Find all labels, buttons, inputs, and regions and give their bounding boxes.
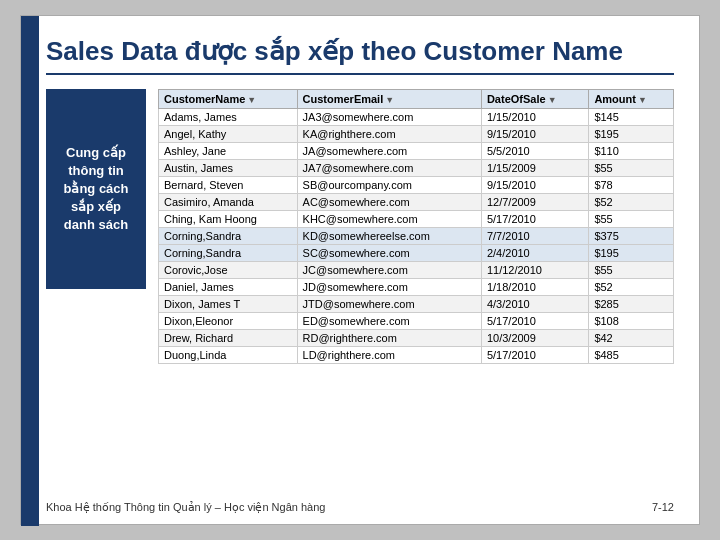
date-of-sale: 10/3/2009 xyxy=(481,330,588,347)
column-header-customername[interactable]: CustomerName▼ xyxy=(159,90,298,109)
sort-icon: ▼ xyxy=(548,95,557,105)
date-of-sale: 9/15/2010 xyxy=(481,177,588,194)
amount: $55 xyxy=(589,211,674,228)
customer-email: KA@righthere.com xyxy=(297,126,481,143)
customer-email: AC@somewhere.com xyxy=(297,194,481,211)
content-area: Cung cấp thông tin bằng cách sắp xếp dan… xyxy=(46,89,674,364)
customer-email: RD@righthere.com xyxy=(297,330,481,347)
table-row: Casimiro, AmandaAC@somewhere.com12/7/200… xyxy=(159,194,674,211)
footer: Khoa Hệ thống Thông tin Quản lý – Học vi… xyxy=(21,501,699,514)
customer-email: KD@somewhereelse.com xyxy=(297,228,481,245)
customer-name: Corning,Sandra xyxy=(159,245,298,262)
customer-email: SC@somewhere.com xyxy=(297,245,481,262)
slide: Sales Data được sắp xếp theo Customer Na… xyxy=(20,15,700,525)
left-stripe xyxy=(21,16,39,526)
sales-table: CustomerName▼CustomerEmail▼DateOfSale▼Am… xyxy=(158,89,674,364)
customer-email: SB@ourcompany.com xyxy=(297,177,481,194)
date-of-sale: 11/12/2010 xyxy=(481,262,588,279)
table-wrapper: CustomerName▼CustomerEmail▼DateOfSale▼Am… xyxy=(158,89,674,364)
date-of-sale: 5/17/2010 xyxy=(481,313,588,330)
column-header-dateofsale[interactable]: DateOfSale▼ xyxy=(481,90,588,109)
sort-icon: ▼ xyxy=(385,95,394,105)
date-of-sale: 5/17/2010 xyxy=(481,347,588,364)
table-row: Daniel, JamesJD@somewhere.com1/18/2010$5… xyxy=(159,279,674,296)
date-of-sale: 1/18/2010 xyxy=(481,279,588,296)
date-of-sale: 9/15/2010 xyxy=(481,126,588,143)
amount: $485 xyxy=(589,347,674,364)
customer-name: Corning,Sandra xyxy=(159,228,298,245)
table-row: Corning,SandraSC@somewhere.com2/4/2010$1… xyxy=(159,245,674,262)
customer-name: Casimiro, Amanda xyxy=(159,194,298,211)
table-row: Bernard, StevenSB@ourcompany.com9/15/201… xyxy=(159,177,674,194)
date-of-sale: 4/3/2010 xyxy=(481,296,588,313)
date-of-sale: 2/4/2010 xyxy=(481,245,588,262)
date-of-sale: 12/7/2009 xyxy=(481,194,588,211)
date-of-sale: 7/7/2010 xyxy=(481,228,588,245)
column-header-customeremail[interactable]: CustomerEmail▼ xyxy=(297,90,481,109)
customer-name: Ching, Kam Hoong xyxy=(159,211,298,228)
slide-title: Sales Data được sắp xếp theo Customer Na… xyxy=(46,36,674,75)
table-row: Austin, JamesJA7@somewhere.com1/15/2009$… xyxy=(159,160,674,177)
amount: $55 xyxy=(589,160,674,177)
table-row: Dixon,EleonorED@somewhere.com5/17/2010$1… xyxy=(159,313,674,330)
customer-name: Angel, Kathy xyxy=(159,126,298,143)
date-of-sale: 5/17/2010 xyxy=(481,211,588,228)
table-row: Angel, KathyKA@righthere.com9/15/2010$19… xyxy=(159,126,674,143)
amount: $52 xyxy=(589,279,674,296)
customer-email: JD@somewhere.com xyxy=(297,279,481,296)
amount: $195 xyxy=(589,245,674,262)
table-row: Corovic,JoseJC@somewhere.com11/12/2010$5… xyxy=(159,262,674,279)
date-of-sale: 1/15/2010 xyxy=(481,109,588,126)
amount: $195 xyxy=(589,126,674,143)
amount: $52 xyxy=(589,194,674,211)
date-of-sale: 5/5/2010 xyxy=(481,143,588,160)
footer-left: Khoa Hệ thống Thông tin Quản lý – Học vi… xyxy=(46,501,325,514)
left-description-box: Cung cấp thông tin bằng cách sắp xếp dan… xyxy=(46,89,146,289)
amount: $55 xyxy=(589,262,674,279)
table-row: Ching, Kam HoongKHC@somewhere.com5/17/20… xyxy=(159,211,674,228)
amount: $145 xyxy=(589,109,674,126)
column-header-amount[interactable]: Amount▼ xyxy=(589,90,674,109)
table-row: Drew, RichardRD@righthere.com10/3/2009$4… xyxy=(159,330,674,347)
amount: $108 xyxy=(589,313,674,330)
amount: $78 xyxy=(589,177,674,194)
customer-email: JA7@somewhere.com xyxy=(297,160,481,177)
table-row: Dixon, James TJTD@somewhere.com4/3/2010$… xyxy=(159,296,674,313)
sort-icon: ▼ xyxy=(247,95,256,105)
amount: $375 xyxy=(589,228,674,245)
amount: $110 xyxy=(589,143,674,160)
customer-name: Corovic,Jose xyxy=(159,262,298,279)
customer-name: Adams, James xyxy=(159,109,298,126)
amount: $285 xyxy=(589,296,674,313)
customer-name: Dixon, James T xyxy=(159,296,298,313)
date-of-sale: 1/15/2009 xyxy=(481,160,588,177)
customer-name: Daniel, James xyxy=(159,279,298,296)
customer-name: Ashley, Jane xyxy=(159,143,298,160)
table-row: Adams, JamesJA3@somewhere.com1/15/2010$1… xyxy=(159,109,674,126)
customer-email: JC@somewhere.com xyxy=(297,262,481,279)
customer-name: Duong,Linda xyxy=(159,347,298,364)
customer-email: JA@somewhere.com xyxy=(297,143,481,160)
table-row: Duong,LindaLD@righthere.com5/17/2010$485 xyxy=(159,347,674,364)
sort-icon: ▼ xyxy=(638,95,647,105)
amount: $42 xyxy=(589,330,674,347)
customer-email: LD@righthere.com xyxy=(297,347,481,364)
table-header-row: CustomerName▼CustomerEmail▼DateOfSale▼Am… xyxy=(159,90,674,109)
customer-email: JTD@somewhere.com xyxy=(297,296,481,313)
footer-right: 7-12 xyxy=(652,501,674,514)
customer-name: Bernard, Steven xyxy=(159,177,298,194)
table-row: Ashley, JaneJA@somewhere.com5/5/2010$110 xyxy=(159,143,674,160)
customer-email: ED@somewhere.com xyxy=(297,313,481,330)
customer-name: Dixon,Eleonor xyxy=(159,313,298,330)
customer-email: KHC@somewhere.com xyxy=(297,211,481,228)
customer-name: Austin, James xyxy=(159,160,298,177)
customer-name: Drew, Richard xyxy=(159,330,298,347)
customer-email: JA3@somewhere.com xyxy=(297,109,481,126)
table-row: Corning,SandraKD@somewhereelse.com7/7/20… xyxy=(159,228,674,245)
